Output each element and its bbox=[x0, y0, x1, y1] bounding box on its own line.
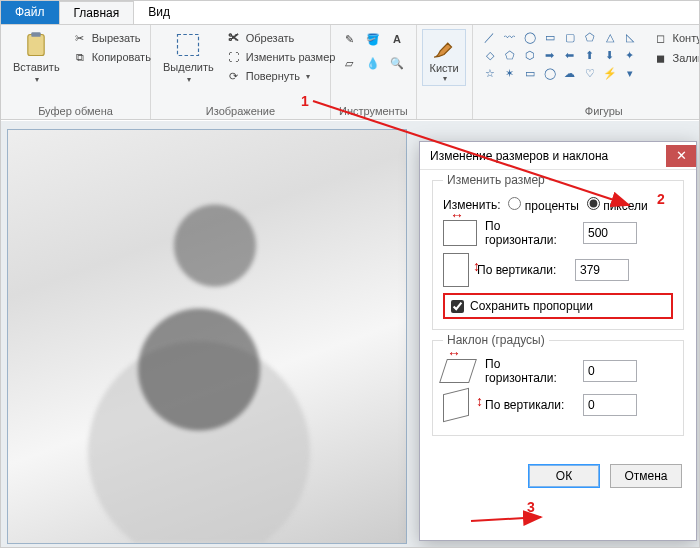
shape-roundrect[interactable]: ▢ bbox=[561, 29, 579, 45]
horizontal-icon: ↔ bbox=[443, 220, 477, 246]
horizontal-input[interactable] bbox=[583, 222, 637, 244]
shape-arrow-l[interactable]: ⬅ bbox=[561, 47, 579, 63]
tab-file[interactable]: Файл bbox=[1, 1, 59, 24]
radio-percent[interactable]: проценты bbox=[508, 197, 578, 213]
shape-arrow-r[interactable]: ➡ bbox=[541, 47, 559, 63]
copy-label: Копировать bbox=[92, 51, 151, 63]
ok-button[interactable]: ОК bbox=[528, 464, 600, 488]
group-clipboard: Вставить▾ ✂Вырезать ⧉Копировать Буфер об… bbox=[1, 25, 151, 119]
outline-label: Контур bbox=[673, 32, 700, 44]
skew-fieldset: Наклон (градусы) ↔ По горизонтали: ↕ По … bbox=[432, 340, 684, 436]
fill-icon: ◼ bbox=[653, 50, 669, 66]
keep-ratio-highlight: Сохранить пропорции bbox=[443, 293, 673, 319]
skew-h-icon bbox=[439, 359, 477, 383]
paste-label: Вставить bbox=[13, 61, 60, 73]
vertical-icon: ↕ bbox=[443, 253, 469, 287]
shape-curve[interactable]: 〰 bbox=[501, 29, 519, 45]
shape-star5[interactable]: ☆ bbox=[481, 65, 499, 81]
shape-more[interactable]: ▾ bbox=[621, 65, 639, 81]
shape-oval[interactable]: ◯ bbox=[521, 29, 539, 45]
picker-tool[interactable]: 💧 bbox=[363, 53, 383, 73]
brush-icon bbox=[429, 32, 459, 62]
resize-label: Изменить размер bbox=[246, 51, 336, 63]
crop-button[interactable]: ✀Обрезать bbox=[224, 29, 338, 47]
text-tool[interactable]: A bbox=[387, 29, 407, 49]
cancel-button[interactable]: Отмена bbox=[610, 464, 682, 488]
radio-percent-label: проценты bbox=[525, 199, 579, 213]
close-button[interactable]: ✕ bbox=[666, 145, 696, 167]
skew-h-label: По горизонтали: bbox=[485, 357, 575, 385]
resize-legend: Изменить размер bbox=[443, 173, 549, 187]
rotate-button[interactable]: ⟳Повернуть▾ bbox=[224, 67, 338, 85]
paste-button[interactable]: Вставить▾ bbox=[9, 29, 64, 86]
shape-star6[interactable]: ✶ bbox=[501, 65, 519, 81]
tab-strip: Файл Главная Вид bbox=[1, 1, 699, 25]
select-icon bbox=[174, 31, 202, 59]
svg-rect-2 bbox=[178, 35, 199, 56]
pencil-tool[interactable]: ✎ bbox=[339, 29, 359, 49]
group-brushes-title bbox=[425, 115, 464, 117]
chevron-down-icon: ▾ bbox=[443, 74, 447, 83]
shape-rtriangle[interactable]: ◺ bbox=[621, 29, 639, 45]
outline-icon: ◻ bbox=[653, 30, 669, 46]
copy-button[interactable]: ⧉Копировать bbox=[70, 48, 153, 66]
shape-bolt[interactable]: ⚡ bbox=[601, 65, 619, 81]
select-button[interactable]: Выделить▾ bbox=[159, 29, 218, 86]
group-tools-title: Инструменты bbox=[339, 103, 408, 117]
scissors-icon: ✂ bbox=[72, 30, 88, 46]
crop-label: Обрезать bbox=[246, 32, 295, 44]
skew-h-input[interactable] bbox=[583, 360, 637, 382]
group-shapes: ／ 〰 ◯ ▭ ▢ ⬠ △ ◺ ◇ ⬠ ⬡ ➡ ⬅ ⬆ ⬇ ✦ ☆ ✶ ▭ ◯ bbox=[473, 25, 700, 119]
outline-button[interactable]: ◻Контур▾ bbox=[651, 29, 700, 47]
radio-pixels-label: пиксели bbox=[603, 199, 648, 213]
copy-icon: ⧉ bbox=[72, 49, 88, 65]
resize-dialog: Изменение размеров и наклона ✕ Изменить … bbox=[419, 141, 697, 541]
shape-triangle[interactable]: △ bbox=[601, 29, 619, 45]
radio-pixels[interactable]: пиксели bbox=[587, 197, 648, 213]
dialog-title-text: Изменение размеров и наклона bbox=[430, 149, 608, 163]
resize-button[interactable]: ⛶Изменить размер bbox=[224, 48, 338, 66]
shape-rect[interactable]: ▭ bbox=[541, 29, 559, 45]
group-brushes: Кисти▾ bbox=[417, 25, 473, 119]
group-image-title: Изображение bbox=[159, 103, 322, 117]
shape-pentagon[interactable]: ⬠ bbox=[501, 47, 519, 63]
vertical-label: По вертикали: bbox=[477, 263, 567, 277]
canvas-image[interactable] bbox=[7, 129, 407, 544]
shape-star4[interactable]: ✦ bbox=[621, 47, 639, 63]
shape-callout-cl[interactable]: ☁ bbox=[561, 65, 579, 81]
shape-arrow-d[interactable]: ⬇ bbox=[601, 47, 619, 63]
cut-label: Вырезать bbox=[92, 32, 141, 44]
chevron-down-icon: ▾ bbox=[306, 72, 310, 81]
shape-hexagon[interactable]: ⬡ bbox=[521, 47, 539, 63]
keep-ratio-label: Сохранить пропорции bbox=[470, 299, 593, 313]
shape-heart[interactable]: ♡ bbox=[581, 65, 599, 81]
shape-diamond[interactable]: ◇ bbox=[481, 47, 499, 63]
shape-arrow-u[interactable]: ⬆ bbox=[581, 47, 599, 63]
fill-button[interactable]: ◼Заливка▾ bbox=[651, 49, 700, 67]
bucket-tool[interactable]: 🪣 bbox=[363, 29, 383, 49]
chevron-down-icon: ▾ bbox=[187, 75, 191, 84]
tab-view[interactable]: Вид bbox=[134, 1, 184, 24]
brushes-label: Кисти bbox=[429, 62, 458, 74]
cut-button[interactable]: ✂Вырезать bbox=[70, 29, 153, 47]
shape-callout-ov[interactable]: ◯ bbox=[541, 65, 559, 81]
vertical-input[interactable] bbox=[575, 259, 629, 281]
shape-line[interactable]: ／ bbox=[481, 29, 499, 45]
ribbon: Вставить▾ ✂Вырезать ⧉Копировать Буфер об… bbox=[1, 25, 699, 120]
eraser-tool[interactable]: ▱ bbox=[339, 53, 359, 73]
tab-home[interactable]: Главная bbox=[59, 1, 135, 24]
resize-fieldset: Изменить размер Изменить: проценты пиксе… bbox=[432, 180, 684, 330]
skew-v-label: По вертикали: bbox=[485, 398, 575, 412]
horizontal-label: По горизонтали: bbox=[485, 219, 575, 247]
shapes-gallery[interactable]: ／ 〰 ◯ ▭ ▢ ⬠ △ ◺ ◇ ⬠ ⬡ ➡ ⬅ ⬆ ⬇ ✦ ☆ ✶ ▭ ◯ bbox=[481, 29, 639, 81]
shape-callout-rr[interactable]: ▭ bbox=[521, 65, 539, 81]
brushes-button[interactable]: Кисти▾ bbox=[422, 29, 466, 86]
skew-v-input[interactable] bbox=[583, 394, 637, 416]
select-label: Выделить bbox=[163, 61, 214, 73]
svg-rect-1 bbox=[32, 32, 41, 37]
keep-ratio-checkbox[interactable] bbox=[451, 300, 464, 313]
clipboard-icon bbox=[22, 31, 50, 59]
svg-rect-0 bbox=[28, 35, 44, 56]
shape-polygon[interactable]: ⬠ bbox=[581, 29, 599, 45]
magnifier-tool[interactable]: 🔍 bbox=[387, 53, 407, 73]
